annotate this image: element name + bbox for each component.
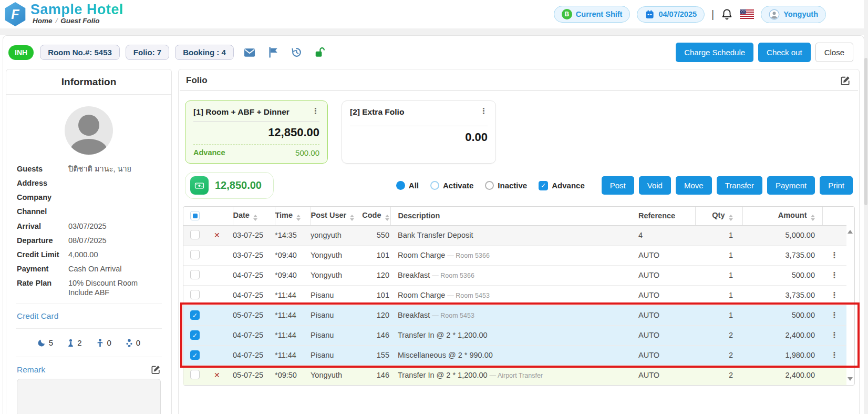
move-button[interactable]: Move [676,176,712,195]
qty-column-header[interactable]: Qty [695,207,742,225]
sort-icon[interactable] [253,215,257,221]
description-text: Breakfast [398,271,430,279]
row-select-cell[interactable]: ✓ [183,345,206,365]
void-button[interactable]: Void [639,176,671,195]
row-menu-cell: ⋮ [822,245,846,265]
field-value: 4,000.00 [68,250,98,259]
row-description: Breakfast — Room 5366 [390,265,616,285]
row-void-cell [206,285,233,305]
radio-inactive-icon[interactable] [485,181,494,190]
row-menu-icon[interactable]: ⋮ [831,290,839,299]
booking-number-button[interactable]: Booking : 4 [175,45,234,60]
row-select-cell[interactable] [183,365,206,385]
filter-activate[interactable]: Activate [430,181,473,190]
sort-icon[interactable] [296,215,301,221]
folio-card-menu-icon[interactable]: ⋮ [480,107,488,115]
description-note: — Airport Transfer [490,372,543,379]
select-all-checkbox[interactable] [190,211,200,220]
close-button[interactable]: Close [815,43,853,62]
folio-card-2[interactable]: [2] Extra Folio ⋮ 0.00 [342,100,496,164]
filter-inactive[interactable]: Inactive [485,181,527,190]
transfer-button[interactable]: Transfer [717,176,762,195]
charge-schedule-button[interactable]: Charge Schedule [676,43,753,62]
email-icon[interactable] [244,48,255,57]
table-scroll-up-icon[interactable] [848,230,853,234]
row-checkbox[interactable]: ✓ [190,330,200,340]
filter-advance[interactable]: ✓ Advance [539,181,585,190]
edit-folio-icon[interactable] [840,75,851,86]
row-select-cell[interactable] [183,285,206,305]
post-user-column-header[interactable]: Post User [311,207,361,225]
history-icon[interactable] [291,47,302,58]
language-flag-us-icon[interactable] [740,9,754,19]
row-menu-icon[interactable]: ⋮ [831,330,839,339]
field-credit-limit: Credit Limit 4,000.00 [17,250,161,259]
row-select-cell[interactable] [183,265,206,285]
folio-panel: Folio [1] Room + ABF + Dinner ⋮ 12,850.0… [178,69,860,414]
hotel-logo-icon[interactable]: F [4,2,26,26]
row-checkbox[interactable]: ✓ [190,350,200,360]
table-header-row: Date Time Post User Code Description Ref… [183,207,846,225]
row-checkbox[interactable] [190,230,200,239]
description-column-header[interactable]: Description [390,207,616,225]
amount-column-header[interactable]: Amount [742,207,822,225]
advance-checkbox[interactable]: ✓ [539,181,548,190]
notifications-bell-icon[interactable] [721,8,733,21]
edit-remark-icon[interactable] [151,365,161,375]
row-checkbox[interactable] [190,290,200,299]
page-scrollbar[interactable] [864,0,868,414]
row-checkbox[interactable] [190,270,200,279]
unlock-icon[interactable] [315,47,325,58]
folio-card-1[interactable]: [1] Room + ABF + Dinner ⋮ 12,850.00 Adva… [185,100,328,164]
remark-textarea[interactable] [17,379,161,414]
radio-all-icon[interactable] [396,181,405,190]
reference-column-header[interactable]: Reference [616,207,695,225]
row-select-cell[interactable] [183,245,206,265]
post-button[interactable]: Post [602,176,634,195]
row-checkbox[interactable]: ✓ [190,310,200,320]
date-column-header[interactable]: Date [233,207,275,225]
field-departure: Departure 08/07/2025 [17,236,161,245]
payment-button[interactable]: Payment [767,176,815,195]
credit-card-link[interactable]: Credit Card [6,310,171,322]
row-post-user: Pisanu [311,345,361,365]
row-checkbox[interactable] [190,250,200,259]
radio-activate-icon[interactable] [430,181,439,190]
filter-all[interactable]: All [396,181,419,190]
table-scroll-down-icon[interactable] [848,377,853,381]
user-menu[interactable]: Yongyuth [761,6,826,23]
row-menu-icon[interactable]: ⋮ [831,310,839,319]
business-date-badge[interactable]: 04/07/2025 [637,6,705,23]
row-checkbox[interactable] [190,370,200,379]
current-shift-badge[interactable]: B Current Shift [554,6,631,23]
row-menu-icon[interactable]: ⋮ [831,250,839,259]
sort-icon[interactable] [350,215,354,221]
check-out-button[interactable]: Check out [758,43,811,62]
time-column-header[interactable]: Time [275,207,311,225]
description-note: — Room 5366 [447,252,490,259]
remark-link[interactable]: Remark [17,365,45,375]
row-menu-icon[interactable]: ⋮ [831,270,839,279]
top-header: F Sample Hotel Home/Guest Folio B Curren… [0,0,868,28]
row-select-cell[interactable]: ✓ [183,325,206,345]
print-button[interactable]: Print [820,176,853,195]
row-select-cell[interactable] [183,225,206,245]
sort-icon[interactable] [729,215,733,221]
folio-card-menu-icon[interactable]: ⋮ [312,107,319,115]
row-void-cell [206,305,233,325]
folio-number-button[interactable]: Folio: 7 [126,45,169,60]
row-reference: AUTO [616,305,695,325]
room-number-button[interactable]: Room No.#: 5453 [40,45,120,60]
sort-icon[interactable] [385,215,389,221]
description-note: — Room 5453 [447,292,490,299]
code-column-header[interactable]: Code [361,207,390,225]
field-label: Departure [17,236,68,245]
field-label: Credit Limit [17,250,68,259]
sort-icon[interactable] [811,215,815,221]
child-icon [96,338,105,347]
breadcrumb-home[interactable]: Home [33,17,53,25]
flag-icon[interactable] [268,47,278,58]
row-select-cell[interactable]: ✓ [183,305,206,325]
field-value: Cash On Arrival [68,264,122,274]
row-menu-icon[interactable]: ⋮ [831,350,839,359]
